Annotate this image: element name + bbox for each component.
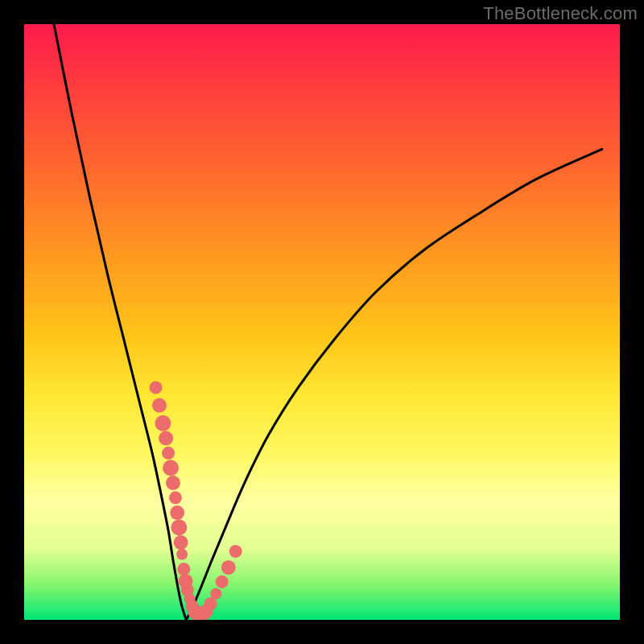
- curve-left-branch: [54, 24, 186, 620]
- data-dot: [169, 491, 182, 504]
- data-dot: [166, 476, 180, 490]
- data-dot: [210, 588, 221, 599]
- watermark-text: TheBottleneck.com: [483, 3, 638, 24]
- data-dot: [152, 398, 167, 413]
- data-dot: [155, 415, 171, 431]
- data-dot: [176, 549, 188, 560]
- chart-frame: TheBottleneck.com: [0, 0, 644, 644]
- data-dot: [162, 447, 175, 460]
- chart-svg: [24, 24, 620, 620]
- data-dot: [171, 519, 187, 535]
- data-dot: [229, 545, 242, 558]
- plot-area: [24, 24, 620, 620]
- data-dot: [170, 506, 184, 520]
- data-dot: [159, 431, 173, 445]
- curve-lines: [54, 24, 602, 620]
- data-dot: [221, 560, 236, 575]
- data-dot: [174, 535, 188, 550]
- data-dot: [204, 597, 217, 610]
- data-dot: [163, 460, 179, 476]
- data-dot: [177, 563, 190, 576]
- data-dot: [150, 381, 163, 394]
- curve-right-branch: [186, 149, 602, 620]
- data-dot: [216, 576, 229, 588]
